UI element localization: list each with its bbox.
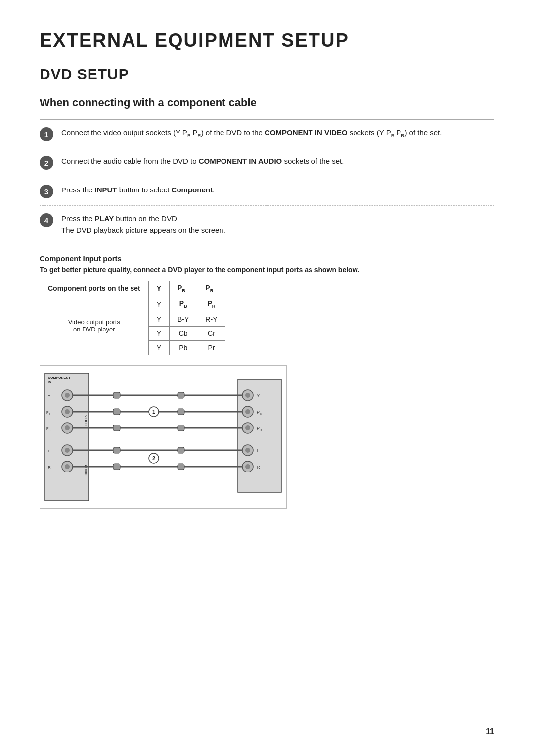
- step-4-circle: 4: [40, 213, 53, 227]
- svg-point-19: [65, 464, 70, 469]
- svg-point-31: [245, 448, 250, 453]
- svg-rect-39: [178, 392, 184, 398]
- step-2-circle: 2: [40, 156, 53, 170]
- dvd-label: Video output portson DVD player: [40, 296, 149, 355]
- table-header-y: Y: [148, 281, 169, 296]
- svg-text:R: R: [48, 465, 51, 470]
- row3-cb: Cb: [170, 327, 197, 341]
- step-3-circle: 3: [40, 185, 53, 198]
- table-row-1: Video output portson DVD player Y PB PR: [40, 296, 225, 312]
- svg-text:1: 1: [152, 409, 155, 415]
- steps-container: 1 Connect the video output sockets (Y PB…: [40, 119, 494, 243]
- section-title: DVD SETUP: [40, 66, 494, 83]
- row4-pr: Pr: [197, 341, 225, 355]
- step-1: 1 Connect the video output sockets (Y PB…: [40, 120, 494, 148]
- svg-text:IN: IN: [48, 380, 51, 384]
- component-input-desc: To get better picture quality, connect a…: [40, 266, 494, 274]
- svg-text:L: L: [48, 449, 50, 453]
- wiring-diagram: COMPONENT IN VIDEO AUDIO Y PB PR L R: [40, 365, 287, 509]
- subsection-title: When connecting with a component cable: [40, 96, 494, 109]
- component-input-title: Component Input ports: [40, 254, 494, 263]
- svg-point-16: [65, 448, 70, 453]
- svg-rect-37: [113, 392, 120, 398]
- row3-y: Y: [148, 327, 169, 341]
- step-2-text: Connect the audio cable from the DVD to …: [61, 155, 344, 167]
- page-number: 11: [486, 727, 494, 736]
- svg-point-7: [65, 393, 70, 398]
- row1-pb: PB: [170, 296, 197, 312]
- svg-rect-54: [113, 447, 120, 453]
- component-input-section: Component Input ports To get better pict…: [40, 254, 494, 509]
- component-table: Component ports on the set Y PB PR Video…: [40, 281, 225, 356]
- step-2: 2 Connect the audio cable from the DVD t…: [40, 148, 494, 177]
- svg-rect-42: [113, 409, 120, 415]
- svg-text:COMPONENT: COMPONENT: [48, 376, 71, 379]
- svg-point-28: [245, 425, 250, 430]
- row1-y: Y: [148, 296, 169, 312]
- row2-y: Y: [148, 312, 169, 327]
- svg-point-34: [245, 464, 250, 469]
- step-3-text: Press the INPUT button to select Compone…: [61, 184, 215, 195]
- svg-point-25: [245, 409, 250, 414]
- svg-rect-47: [113, 425, 120, 431]
- svg-rect-59: [113, 464, 120, 470]
- step-4-text: Press the PLAY button on the DVD. The DV…: [61, 213, 225, 236]
- svg-text:VIDEO: VIDEO: [84, 415, 88, 426]
- svg-rect-56: [178, 447, 184, 453]
- svg-text:L: L: [257, 448, 259, 453]
- table-header-row: Component ports on the set Y PB PR: [40, 281, 225, 296]
- main-title: EXTERNAL EQUIPMENT SETUP: [40, 30, 494, 51]
- svg-rect-44: [178, 409, 184, 415]
- row4-y: Y: [148, 341, 169, 355]
- svg-text:Y: Y: [48, 394, 51, 398]
- step-1-text: Connect the video output sockets (Y PB P…: [61, 127, 442, 139]
- svg-text:R: R: [257, 465, 260, 470]
- row4-pb: Pb: [170, 341, 197, 355]
- svg-text:2: 2: [152, 455, 155, 461]
- row2-by: B-Y: [170, 312, 197, 327]
- row2-ry: R-Y: [197, 312, 225, 327]
- table-header-pr: PR: [197, 281, 225, 296]
- row1-pr: PR: [197, 296, 225, 312]
- svg-text:Y: Y: [257, 393, 260, 398]
- table-header-pb: PB: [170, 281, 197, 296]
- step-1-circle: 1: [40, 127, 53, 141]
- step-4: 4 Press the PLAY button on the DVD. The …: [40, 206, 494, 243]
- svg-rect-61: [178, 464, 184, 470]
- svg-rect-49: [178, 425, 184, 431]
- table-header-label: Component ports on the set: [40, 281, 149, 296]
- step-3: 3 Press the INPUT button to select Compo…: [40, 177, 494, 206]
- svg-point-13: [65, 425, 70, 430]
- svg-point-22: [245, 393, 250, 398]
- diagram-svg: COMPONENT IN VIDEO AUDIO Y PB PR L R: [40, 366, 287, 509]
- row3-cr: Cr: [197, 327, 225, 341]
- svg-point-10: [65, 409, 70, 414]
